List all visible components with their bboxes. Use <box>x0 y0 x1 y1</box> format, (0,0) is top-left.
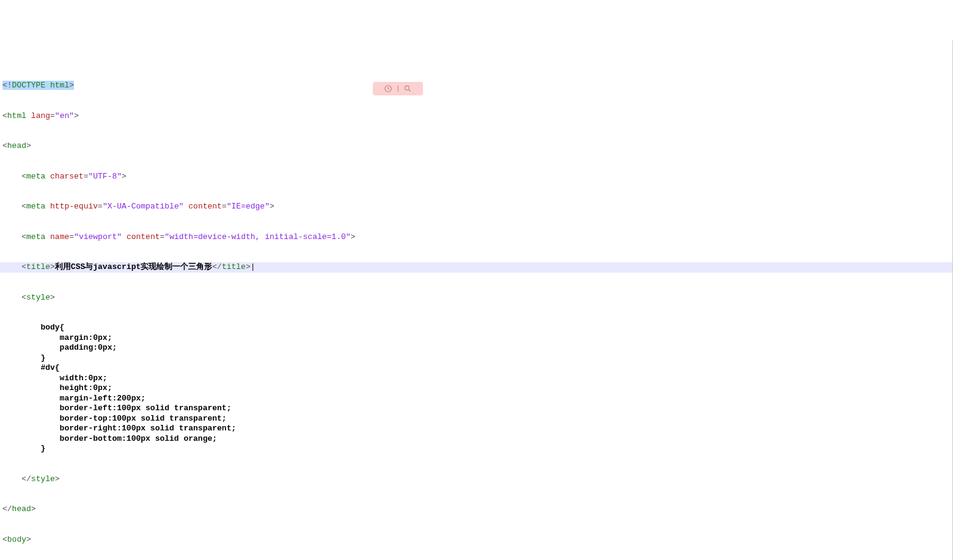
code-line[interactable]: <meta http-equiv="X-UA-Compatible" conte… <box>0 202 952 212</box>
code-line[interactable]: margin:0px; <box>0 333 952 344</box>
code-line[interactable]: padding:0px; <box>0 343 952 353</box>
code-line[interactable]: <!DOCTYPE html> <box>0 81 952 91</box>
code-line[interactable]: border-bottom:100px solid orange; <box>0 434 952 444</box>
code-line[interactable]: } <box>0 353 952 364</box>
code-line-active[interactable]: <title>利用CSS与javascript实现绘制一个三角形</title> <box>0 262 952 273</box>
code-line[interactable]: body{ <box>0 323 952 333</box>
code-line[interactable]: <style> <box>0 293 952 303</box>
code-line[interactable]: border-top:100px solid transparent; <box>0 414 952 424</box>
code-line[interactable]: <html lang="en"> <box>0 111 952 122</box>
code-line[interactable]: } <box>0 444 952 454</box>
code-line[interactable]: border-right:100px solid transparent; <box>0 424 952 434</box>
code-line[interactable]: <body> <box>0 535 952 545</box>
code-line[interactable]: margin-left:200px; <box>0 394 952 404</box>
code-line[interactable]: </style> <box>0 474 952 485</box>
code-line[interactable]: </head> <box>0 504 952 515</box>
code-line[interactable]: <meta charset="UTF-8"> <box>0 172 952 182</box>
code-line[interactable]: height:0px; <box>0 383 952 394</box>
code-editor[interactable]: | <!DOCTYPE html> <html lang="en"> <head… <box>0 40 953 560</box>
code-line[interactable]: width:0px; <box>0 374 952 384</box>
code-line[interactable]: #dv{ <box>0 363 952 374</box>
code-line[interactable]: <meta name="viewport" content="width=dev… <box>0 232 952 243</box>
code-line[interactable]: border-left:100px solid transparent; <box>0 403 952 414</box>
code-line[interactable]: <head> <box>0 141 952 152</box>
